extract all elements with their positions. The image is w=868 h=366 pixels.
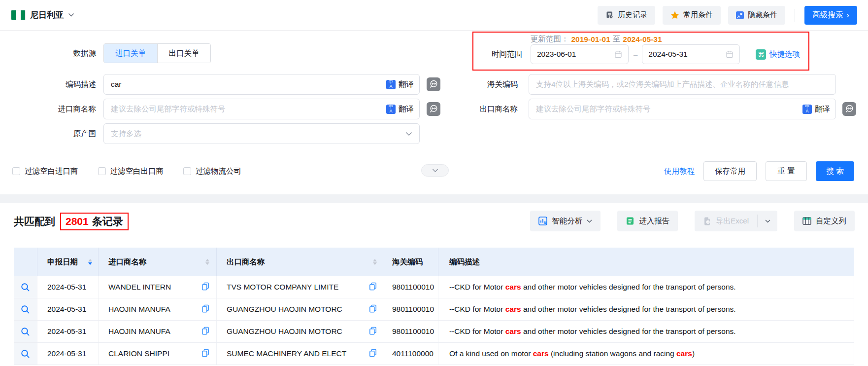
row-detail-button[interactable] <box>14 276 37 298</box>
magnifier-icon <box>21 349 30 359</box>
importer-row: 进口商名称 中A 翻译 <box>0 99 440 119</box>
table-row: 2024-05-31CLARION SHIPPISUMEC MACHINERY … <box>14 343 854 365</box>
row-detail-button[interactable] <box>14 321 37 342</box>
export-icon <box>703 217 711 225</box>
cell-declaration-date: 2024-05-31 <box>37 276 99 298</box>
translate-icon: 中A <box>386 105 396 114</box>
cell-hs-code: 4011100000 <box>384 343 438 365</box>
copy-icon <box>201 304 209 313</box>
end-date-input[interactable]: 2024-05-31 <box>642 44 740 64</box>
save-conditions-button[interactable]: 保存常用 <box>703 161 757 181</box>
hs-description: --CKD for Motor cars and other motor veh… <box>449 305 736 314</box>
history-button[interactable]: 历史记录 <box>598 6 655 25</box>
exporter-name: TVS MOTOR COMPANY LIMITE <box>227 283 338 292</box>
star-icon <box>670 11 679 19</box>
translate-button[interactable]: 中A 翻译 <box>802 99 830 119</box>
header-cell-empty <box>14 248 37 276</box>
magnifier-icon <box>21 327 30 336</box>
copy-button[interactable] <box>369 349 377 359</box>
column-header-label: 海关编码 <box>392 257 423 267</box>
importer-label: 进口商名称 <box>0 104 96 114</box>
table-row: 2024-05-31WANDEL INTERNTVS MOTOR COMPANY… <box>14 276 854 298</box>
checkbox-icon[interactable] <box>98 167 106 175</box>
table-row: 2024-05-31HAOJIN MANUFAGUANGZHOU HAOJIN … <box>14 321 854 343</box>
enter-report-button[interactable]: 进入报告 <box>617 211 678 231</box>
sort-asc-icon[interactable] <box>205 259 209 261</box>
row-detail-button[interactable] <box>14 298 37 320</box>
favorites-label: 常用条件 <box>683 10 713 20</box>
hs-description: Of a kind used on motor cars (including … <box>449 349 695 358</box>
sort-asc-icon[interactable] <box>373 259 377 261</box>
tutorial-link[interactable]: 使用教程 <box>664 166 695 177</box>
header-cell-2[interactable]: 进口商名称 <box>99 248 217 276</box>
sort-control[interactable] <box>88 259 92 265</box>
cell-exporter: GUANGZHOU HAOJIN MOTORC <box>217 321 384 342</box>
sort-control[interactable] <box>373 259 377 265</box>
copy-button[interactable] <box>201 327 209 337</box>
cell-hs-description: Of a kind used on motor cars (including … <box>438 343 854 365</box>
filter-checkbox-2[interactable]: 过滤物流公司 <box>183 166 241 177</box>
start-date-input[interactable]: 2023-06-01 <box>531 44 629 64</box>
cell-exporter: GUANGZHOU HAOJIN MOTORC <box>217 298 384 320</box>
keyword-highlight: cars <box>533 349 549 358</box>
collapse-toggle-button[interactable] <box>421 164 449 177</box>
chevron-down-icon <box>405 132 412 136</box>
export-excel-button[interactable]: 导出Excel <box>695 211 757 231</box>
filter-checkbox-1[interactable]: 过滤空白出口商 <box>98 166 164 177</box>
start-date-value: 2023-06-01 <box>537 50 576 59</box>
header-cell-3[interactable]: 出口商名称 <box>217 248 384 276</box>
filter-checkbox-label: 过滤空白进口商 <box>25 166 78 177</box>
copy-button[interactable] <box>369 282 377 293</box>
copy-button[interactable] <box>201 349 209 359</box>
hs-code-input[interactable] <box>529 74 836 95</box>
reset-button[interactable]: 重 置 <box>766 161 807 181</box>
hs-desc-input[interactable] <box>103 74 420 95</box>
header-cell-1[interactable]: 申报日期 <box>37 248 99 276</box>
datasource-row: 数据源 进口关单 出口关单 <box>0 43 211 63</box>
fuzzy-match-toggle-icon[interactable] <box>842 102 856 116</box>
smart-analysis-button[interactable]: BI 智能分析 <box>530 211 601 231</box>
table-body: 2024-05-31WANDEL INTERNTVS MOTOR COMPANY… <box>14 276 854 365</box>
copy-button[interactable] <box>201 304 209 315</box>
hide-conditions-button[interactable]: 隐藏条件 <box>728 6 785 25</box>
history-icon <box>605 11 614 19</box>
filter-checkbox-0[interactable]: 过滤空白进口商 <box>12 166 78 177</box>
tab-export-declarations[interactable]: 出口关单 <box>157 44 210 63</box>
origin-country-row: 原产国 支持多选 <box>0 123 420 144</box>
translate-button[interactable]: 中A 翻译 <box>386 74 414 95</box>
chevron-down-icon <box>432 169 438 173</box>
sort-control[interactable] <box>205 259 209 265</box>
row-detail-button[interactable] <box>14 343 37 365</box>
favorites-button[interactable]: 常用条件 <box>663 6 721 25</box>
custom-columns-button[interactable]: 自定义列 <box>794 211 855 231</box>
checkbox-icon[interactable] <box>12 167 20 175</box>
translate-button[interactable]: 中A 翻译 <box>386 99 414 119</box>
results-table: 申报日期进口商名称出口商名称海关编码编码描述 2024-05-31WANDEL … <box>14 248 854 365</box>
column-header-label: 申报日期 <box>47 257 78 267</box>
checkbox-icon[interactable] <box>183 167 191 175</box>
sort-desc-icon[interactable] <box>373 262 377 265</box>
copy-icon <box>201 282 209 291</box>
sort-desc-icon[interactable] <box>205 262 209 265</box>
sort-desc-icon[interactable] <box>88 262 92 265</box>
search-button[interactable]: 搜 索 <box>816 161 854 181</box>
cell-declaration-date: 2024-05-31 <box>37 343 99 365</box>
quick-options-button[interactable]: ⌘ 快捷选项 <box>756 49 800 60</box>
copy-button[interactable] <box>201 282 209 293</box>
sort-asc-icon[interactable] <box>88 259 92 261</box>
export-options-button[interactable] <box>758 211 777 231</box>
advanced-search-button[interactable]: 高级搜索 › <box>804 6 857 25</box>
translate-icon: 中A <box>386 80 396 89</box>
keyword-highlight: cars <box>505 327 521 335</box>
country-selector[interactable]: 尼日利亚 <box>11 9 74 21</box>
cell-hs-code: 9801100010 <box>384 321 438 342</box>
exporter-input[interactable] <box>529 99 836 119</box>
copy-button[interactable] <box>369 327 377 337</box>
declaration-date: 2024-05-31 <box>47 349 86 358</box>
copy-icon <box>369 349 377 357</box>
tab-import-declarations[interactable]: 进口关单 <box>104 44 157 63</box>
origin-country-label: 原产国 <box>0 129 96 139</box>
importer-input[interactable] <box>103 99 420 119</box>
copy-button[interactable] <box>369 304 377 315</box>
origin-country-select[interactable]: 支持多选 <box>103 123 420 144</box>
